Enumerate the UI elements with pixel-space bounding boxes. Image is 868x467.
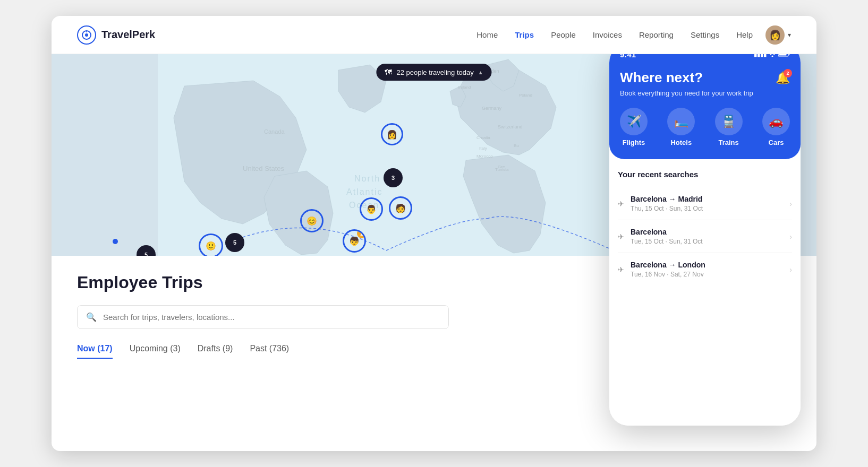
cars-label: Cars — [769, 139, 784, 146]
battery-icon — [778, 54, 790, 58]
logo-icon — [77, 25, 96, 45]
search-icon: 🔍 — [86, 312, 97, 322]
svg-text:Italy: Italy — [479, 146, 487, 151]
travel-badge-text: 22 people traveling today — [396, 68, 473, 76]
search-item-3-date: Tue, 16 Nov · Sat, 27 Nov — [631, 271, 789, 278]
search-item-1-date: Thu, 15 Oct · Sun, 31 Oct — [631, 205, 789, 212]
phone-header: 9:41 ▮▮▮▮ — [609, 54, 801, 159]
main-nav: Home Trips People Invoices Reporting Set… — [476, 30, 753, 39]
status-time: 9:41 — [620, 54, 636, 59]
svg-rect-24 — [779, 54, 787, 56]
svg-text:Bu: Bu — [514, 143, 519, 148]
svg-text:Canada: Canada — [264, 128, 285, 135]
map-dot-west — [113, 239, 118, 244]
svg-text:United States: United States — [243, 165, 285, 172]
browser-window: TravelPerk Home Trips People Invoices Re… — [52, 16, 816, 451]
map-pin-atlantic[interactable]: 😊 — [300, 209, 324, 232]
tab-now[interactable]: Now (17) — [77, 344, 113, 359]
logo-text: TravelPerk — [101, 29, 155, 41]
search-item-2-content: Barcelona Tue, 15 Oct · Sun, 31 Oct — [631, 228, 789, 245]
search-item-2-title: Barcelona — [631, 228, 789, 236]
svg-point-21 — [772, 56, 773, 57]
chevron-right-icon-3: › — [789, 265, 792, 274]
nav-people[interactable]: People — [551, 30, 576, 39]
search-item-3-title: Barcelona → London — [631, 261, 789, 269]
user-menu[interactable]: 👩 ▾ — [765, 25, 791, 45]
travel-types: ✈️ Flights 🛏️ Hotels 🚆 Trains 🚗 — [620, 108, 790, 146]
map-pin-europe-1[interactable]: 👨 — [360, 197, 383, 221]
tab-drafts[interactable]: Drafts (9) — [198, 344, 233, 359]
recent-search-item-3[interactable]: ✈ Barcelona → London Tue, 16 Nov · Sat, … — [618, 253, 792, 286]
map-pin-2[interactable]: 👦 2 — [343, 229, 366, 253]
travel-type-hotels[interactable]: 🛏️ Hotels — [667, 108, 695, 146]
phone-main-title: Where next? — [620, 70, 703, 86]
status-bar: 9:41 ▮▮▮▮ — [620, 54, 790, 63]
flights-icon: ✈️ — [620, 108, 648, 135]
svg-text:Ireland: Ireland — [458, 85, 471, 90]
recent-searches-title: Your recent searches — [618, 170, 792, 179]
svg-rect-23 — [789, 54, 790, 55]
flight-icon-2: ✈ — [618, 232, 624, 241]
svg-point-1 — [85, 33, 88, 37]
search-item-2-date: Tue, 15 Oct · Sun, 31 Oct — [631, 238, 789, 245]
nav-settings[interactable]: Settings — [691, 30, 719, 39]
nav-help[interactable]: Help — [736, 30, 753, 39]
phone-wrapper: 9:41 ▮▮▮▮ — [609, 54, 801, 426]
map-icon: 🗺 — [385, 68, 392, 76]
wifi-icon — [769, 54, 776, 58]
chevron-up-icon: ▲ — [478, 70, 483, 75]
cars-icon: 🚗 — [762, 108, 790, 135]
phone-body: Your recent searches ✈ Barcelona → Madri… — [609, 159, 801, 426]
trains-label: Trains — [719, 139, 739, 146]
travel-type-cars[interactable]: 🚗 Cars — [762, 108, 790, 146]
search-item-3-content: Barcelona → London Tue, 16 Nov · Sat, 27… — [631, 261, 789, 278]
search-input[interactable] — [103, 313, 440, 322]
map-pin-2-wrapper[interactable]: 👦 2 — [343, 229, 366, 253]
chevron-right-icon-2: › — [789, 232, 792, 241]
chevron-down-icon: ▾ — [788, 31, 791, 39]
svg-text:Tunisia: Tunisia — [495, 167, 509, 172]
phone-title-row: Where next? 🔔 2 — [620, 70, 790, 86]
map-pin-3[interactable]: 3 — [384, 168, 403, 187]
avatar: 👩 — [765, 25, 785, 45]
search-item-1-title: Barcelona → Madrid — [631, 195, 789, 203]
phone-subtitle: Book everything you need for your work t… — [620, 89, 790, 97]
nav-invoices[interactable]: Invoices — [593, 30, 622, 39]
bell-badge[interactable]: 🔔 2 — [776, 71, 790, 85]
svg-text:Croatia: Croatia — [476, 135, 490, 140]
tab-past[interactable]: Past (736) — [250, 344, 289, 359]
flight-icon-3: ✈ — [618, 265, 624, 274]
flight-icon-1: ✈ — [618, 200, 624, 208]
hotels-icon: 🛏️ — [667, 108, 695, 135]
chevron-right-icon-1: › — [789, 200, 792, 208]
tab-upcoming[interactable]: Upcoming (3) — [130, 344, 181, 359]
svg-text:Atlantic: Atlantic — [346, 187, 382, 196]
recent-search-item-2[interactable]: ✈ Barcelona Tue, 15 Oct · Sun, 31 Oct › — [618, 220, 792, 253]
map-pin-norway[interactable]: 👩 — [381, 123, 403, 145]
logo[interactable]: TravelPerk — [77, 25, 155, 45]
travel-type-trains[interactable]: 🚆 Trains — [715, 108, 743, 146]
svg-text:North: North — [354, 174, 380, 183]
svg-text:Morocco: Morocco — [476, 154, 493, 159]
nav-reporting[interactable]: Reporting — [639, 30, 674, 39]
travel-badge[interactable]: 🗺 22 people traveling today ▲ — [376, 64, 491, 81]
hotels-label: Hotels — [670, 139, 692, 146]
main-content: United States Canada North Atlantic Ocea… — [52, 54, 816, 451]
flights-label: Flights — [623, 139, 645, 146]
search-item-1-content: Barcelona → Madrid Thu, 15 Oct · Sun, 31… — [631, 195, 789, 212]
nav-trips[interactable]: Trips — [515, 30, 534, 39]
notification-badge: 2 — [784, 69, 792, 77]
svg-text:Switzerland: Switzerland — [498, 124, 523, 129]
nav-home[interactable]: Home — [476, 30, 498, 39]
trains-icon: 🚆 — [715, 108, 743, 135]
map-pin-5-right[interactable]: 5 — [225, 233, 244, 252]
signal-icon: ▮▮▮▮ — [754, 54, 767, 58]
travel-type-flights[interactable]: ✈️ Flights — [620, 108, 648, 146]
header: TravelPerk Home Trips People Invoices Re… — [52, 16, 816, 54]
map-pin-europe-2[interactable]: 🧑 — [389, 196, 412, 220]
svg-text:Poland: Poland — [519, 93, 532, 98]
search-bar[interactable]: 🔍 — [77, 305, 449, 329]
recent-search-item-1[interactable]: ✈ Barcelona → Madrid Thu, 15 Oct · Sun, … — [618, 187, 792, 220]
map-pin-usa-avatar[interactable]: 🙂 — [199, 233, 223, 256]
mobile-phone: 9:41 ▮▮▮▮ — [609, 54, 801, 426]
